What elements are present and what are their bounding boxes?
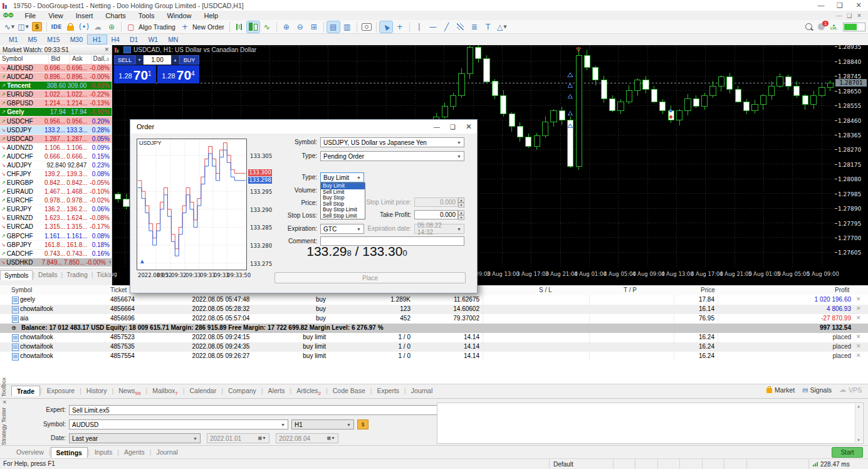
menu-help[interactable]: Help xyxy=(198,12,225,19)
timeframe-m5[interactable]: M5 xyxy=(23,35,43,44)
sell-button[interactable]: SELL xyxy=(114,55,135,65)
tester-scrollbar[interactable]: ▲▼ xyxy=(855,404,862,443)
order-dialog-titlebar[interactable]: Order xyxy=(130,120,477,134)
toolbox-tab-experts[interactable]: Experts xyxy=(372,386,404,396)
market-watch-tab-trading[interactable]: Trading xyxy=(63,270,92,280)
notifications-icon[interactable]: 1 xyxy=(818,23,825,30)
market-watch-row[interactable]: ↗EURCHF0.978...0.978...-0.02% xyxy=(0,196,112,205)
volume-input[interactable]: 1.00 xyxy=(144,55,171,65)
tester-close-icon[interactable]: ✕ xyxy=(3,399,7,405)
data-window-icon[interactable]: ▥ xyxy=(341,21,353,33)
market-watch-row[interactable]: ↘USDHKD7.849...7.850...-0.00%∨ xyxy=(0,258,112,267)
buy-price-quote[interactable]: 1.28704 xyxy=(157,65,199,83)
market-watch-row[interactable]: ↘GBPJPY161.8...161.8...0.18% xyxy=(0,241,112,250)
market-watch-row[interactable]: ↘CHFJPY139.2...139.3...0.08% xyxy=(0,170,112,179)
timeframe-w1[interactable]: W1 xyxy=(143,35,163,44)
link-signals[interactable]: ((•))Signals xyxy=(802,386,832,394)
timeframe-h4[interactable]: H4 xyxy=(107,35,125,44)
market-watch-row[interactable]: ↗AUDCAD0.896...0.896...-0.00% xyxy=(0,73,112,82)
vps-cloud-icon[interactable]: ☁ xyxy=(92,21,104,33)
buy-button[interactable]: BUY xyxy=(179,55,199,65)
broadcast-icon[interactable]: (•) xyxy=(78,21,90,33)
toolbox-tab-company[interactable]: Company xyxy=(223,386,261,396)
column-header-sl[interactable]: S / L xyxy=(539,287,552,293)
connection-status[interactable]: 228.47 ms xyxy=(808,459,868,469)
text-icon[interactable]: T xyxy=(482,21,494,33)
chart-restore-button[interactable]: ❑ xyxy=(844,13,854,19)
stop-limit-input[interactable]: 0.000 xyxy=(414,198,458,207)
algo-trading-button[interactable]: ▢ xyxy=(125,21,137,33)
trade-table-row[interactable]: chowtaifook48575542022.08.05 09:26:27buy… xyxy=(0,352,868,361)
fibonacci-icon[interactable]: ≣ xyxy=(468,21,481,33)
close-position-icon[interactable]: ✕ xyxy=(856,296,861,302)
trendline-icon[interactable]: ╱ xyxy=(441,21,453,33)
mw-column-bid[interactable]: Bid xyxy=(49,55,70,64)
search-icon[interactable] xyxy=(805,23,812,30)
cursor-icon[interactable]: ▲ xyxy=(380,21,392,33)
tester-tab-inputs[interactable]: Inputs xyxy=(90,447,118,457)
shapes-icon[interactable]: △▼ xyxy=(496,21,508,33)
market-watch-row[interactable]: ↘AUDUSD0.696...0.696...-0.08% xyxy=(0,64,112,73)
timeframe-m30[interactable]: M30 xyxy=(65,35,88,44)
market-watch-row[interactable]: ↗GBPCHF1.161...1.161...0.08% xyxy=(0,231,112,240)
scroll-up-icon[interactable]: ∧ xyxy=(105,55,112,64)
market-watch-row[interactable]: ↗EURGBP0.842...0.842...-0.05% xyxy=(0,179,112,187)
horizontal-line-icon[interactable]: — xyxy=(427,21,439,33)
market-watch-row[interactable]: ↗AUDCHF0.666...0.666...0.15% xyxy=(0,152,112,161)
trade-table-row[interactable]: chowtaifook48575352022.08.05 09:24:35buy… xyxy=(0,342,868,352)
column-header-symbol[interactable]: Symbol xyxy=(11,287,32,293)
chart-minimize-button[interactable]: — xyxy=(834,13,844,19)
toolbox-tab-exposure[interactable]: Exposure xyxy=(42,386,80,396)
market-watch-row[interactable]: ↗GBPUSD1.214...1.214...-0.13% xyxy=(0,99,112,108)
dropdown-option-sell-stop-limit[interactable]: Sell Stop Limit xyxy=(321,213,365,219)
order-kind-select[interactable]: Pending Order▼ xyxy=(320,151,464,161)
tester-tab-settings[interactable]: Settings xyxy=(51,447,88,458)
tester-deposit-icon[interactable]: $ xyxy=(357,419,369,429)
market-watch-row[interactable]: ↗EURAUD1.467...1.468...-0.10% xyxy=(0,187,112,196)
dialog-minimize-button[interactable]: — xyxy=(434,124,440,130)
chart-close-button[interactable]: ✕ xyxy=(854,13,864,19)
column-header-ticket[interactable]: Ticket xyxy=(110,287,127,293)
place-button[interactable]: Place xyxy=(275,272,466,283)
close-position-icon[interactable]: ✕ xyxy=(856,334,861,340)
expand-icon[interactable]: ⊕ xyxy=(11,324,16,331)
market-watch-close-icon[interactable]: ✕ xyxy=(104,46,109,53)
bar-chart-icon[interactable] xyxy=(233,21,246,33)
toolbox-tab-news[interactable]: News99 xyxy=(113,386,145,398)
market-watch-row[interactable]: ↘USDJPY133.2...133.3...0.28% xyxy=(0,126,112,135)
timeframe-h1[interactable]: H1 xyxy=(88,35,106,44)
mw-column-dail[interactable]: Dail... xyxy=(92,55,105,64)
market-watch-row[interactable]: ↘EURCAD1.315...1.315...-0.17% xyxy=(0,223,112,231)
link-vps[interactable]: ☁VPS xyxy=(839,386,862,394)
column-header-tp[interactable]: T / P xyxy=(624,287,637,293)
trade-table-row[interactable]: chowtaifook48575232022.08.05 09:24:15buy… xyxy=(0,333,868,342)
close-position-icon[interactable]: ✕ xyxy=(856,315,861,321)
sell-price-quote[interactable]: 1.28701 xyxy=(114,65,156,83)
new-chart-icon[interactable]: ∿▼ xyxy=(3,21,16,33)
menu-tools[interactable]: Tools xyxy=(132,12,161,19)
new-order-button[interactable]: + xyxy=(179,21,191,33)
tester-tab-journal[interactable]: Journal xyxy=(151,447,182,457)
start-button[interactable]: Start xyxy=(832,447,863,458)
volume-increase-button[interactable]: ▲ xyxy=(171,55,179,65)
market-watch-row[interactable]: ↗Tencent308.60309.00-0.93% xyxy=(0,82,112,90)
zoom-out-icon[interactable]: ⊖ xyxy=(294,21,306,33)
channel-icon[interactable] xyxy=(454,21,467,33)
menu-file[interactable]: File xyxy=(18,12,42,19)
column-header-price[interactable]: Price xyxy=(701,287,715,293)
market-watch-row[interactable]: ↘AUDJPY92.84092.8470.23% xyxy=(0,161,112,170)
dialog-maximize-button[interactable]: ❑ xyxy=(450,124,456,130)
mw-column-ask[interactable]: Ask xyxy=(70,55,92,64)
close-position-icon[interactable]: ✕ xyxy=(856,352,861,359)
status-profile[interactable]: Default xyxy=(549,459,613,469)
market-watch-row[interactable]: ↗USDCHF0.956...0.956...0.20% xyxy=(0,117,112,125)
ide-button[interactable]: IDE xyxy=(50,21,63,33)
date-from-input[interactable]: 2022.01.01▦▼ xyxy=(207,433,269,443)
lock-icon[interactable] xyxy=(64,21,76,33)
take-profit-spinner[interactable]: ▲▼ xyxy=(458,210,464,219)
window-minimize-button[interactable]: — xyxy=(812,1,830,9)
tester-tab-agents[interactable]: Agents xyxy=(119,447,150,457)
timeframe-m15[interactable]: M15 xyxy=(42,35,65,44)
zoom-in-icon[interactable]: ⊕ xyxy=(280,21,293,33)
balance-row[interactable]: ⊕Balance: 17 012 483.17 USD Equity: 18 0… xyxy=(0,324,868,333)
